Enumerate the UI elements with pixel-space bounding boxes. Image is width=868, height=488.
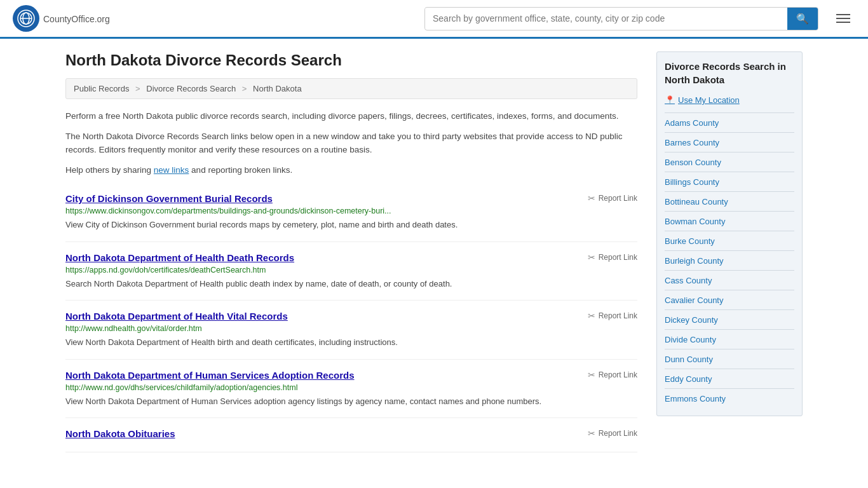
use-location-button[interactable]: 📍 Use My Location <box>665 95 794 105</box>
report-link-button[interactable]: ✂ Report Link <box>588 370 637 380</box>
report-label: Report Link <box>599 311 637 320</box>
result-header: North Dakota Department of Human Service… <box>65 370 637 381</box>
county-list-item: Bottineau County <box>665 191 794 211</box>
result-title[interactable]: North Dakota Department of Health Death … <box>65 252 294 263</box>
site-header: CountyOffice.org 🔍 <box>0 0 868 39</box>
use-location-label: Use My Location <box>678 95 740 105</box>
content-area: North Dakota Divorce Records Search Publ… <box>65 51 637 452</box>
county-list-item: Dunn County <box>665 349 794 369</box>
result-url: https://www.dickinsongov.com/departments… <box>65 207 637 215</box>
report-link-button[interactable]: ✂ Report Link <box>588 428 637 438</box>
county-list-item: Divide County <box>665 329 794 349</box>
menu-line <box>836 18 850 19</box>
sidebar-title: Divorce Records Search in North Dakota <box>665 60 794 86</box>
result-url: http://www.nd.gov/dhs/services/childfami… <box>65 383 637 392</box>
report-link-button[interactable]: ✂ Report Link <box>588 252 637 262</box>
report-icon: ✂ <box>588 428 595 438</box>
county-list-item: Burke County <box>665 231 794 250</box>
county-link[interactable]: Billings County <box>665 177 719 187</box>
county-link[interactable]: Bowman County <box>665 217 725 226</box>
report-label: Report Link <box>599 194 637 203</box>
report-icon: ✂ <box>588 370 595 380</box>
county-list-item: Emmons County <box>665 388 794 408</box>
search-button[interactable]: 🔍 <box>787 8 818 30</box>
county-list-item: Cavalier County <box>665 290 794 309</box>
logo[interactable]: CountyOffice.org <box>13 5 110 32</box>
result-title[interactable]: City of Dickinson Government Burial Reco… <box>65 193 273 204</box>
county-link[interactable]: Barnes County <box>665 138 719 147</box>
hamburger-menu-button[interactable] <box>831 11 855 25</box>
result-url: http://www.ndhealth.gov/vital/order.htm <box>65 324 637 333</box>
county-link[interactable]: Benson County <box>665 158 721 167</box>
county-list-item: Barnes County <box>665 132 794 152</box>
county-list-item: Eddy County <box>665 369 794 388</box>
county-list-item: Bowman County <box>665 211 794 231</box>
report-link-button[interactable]: ✂ Report Link <box>588 311 637 321</box>
description-2: The North Dakota Divorce Records Search … <box>65 130 637 157</box>
county-link[interactable]: Emmons County <box>665 394 726 403</box>
search-icon: 🔍 <box>796 13 809 24</box>
county-link[interactable]: Dunn County <box>665 355 713 364</box>
description-3: Help others by sharing new links and rep… <box>65 163 637 177</box>
county-link[interactable]: Divide County <box>665 335 716 344</box>
result-item: North Dakota Department of Health Vital … <box>65 301 637 360</box>
page-title: North Dakota Divorce Records Search <box>65 51 637 69</box>
sidebar: Divorce Records Search in North Dakota 📍… <box>656 51 803 452</box>
county-link[interactable]: Burleigh County <box>665 256 724 266</box>
result-desc: Search North Dakota Department of Health… <box>65 278 637 290</box>
county-list-item: Cass County <box>665 270 794 290</box>
main-wrapper: North Dakota Divorce Records Search Publ… <box>53 39 815 465</box>
logo-text: CountyOffice.org <box>43 12 110 25</box>
report-label: Report Link <box>599 253 637 262</box>
result-title[interactable]: North Dakota Department of Health Vital … <box>65 311 288 322</box>
desc3-after: and reporting broken links. <box>189 165 292 175</box>
county-list-item: Benson County <box>665 152 794 172</box>
county-link[interactable]: Eddy County <box>665 374 712 384</box>
county-link[interactable]: Cass County <box>665 276 712 285</box>
county-link[interactable]: Bottineau County <box>665 197 728 207</box>
results-container: City of Dickinson Government Burial Reco… <box>65 183 637 452</box>
description-1: Perform a free North Dakota public divor… <box>65 109 637 123</box>
desc3-before: Help others by sharing <box>65 165 154 175</box>
breadcrumb-divorce-records-search[interactable]: Divorce Records Search <box>146 84 236 93</box>
search-bar: 🔍 <box>424 7 818 30</box>
result-item: North Dakota Department of Human Service… <box>65 360 637 419</box>
county-link[interactable]: Burke County <box>665 236 715 246</box>
breadcrumb: Public Records > Divorce Records Search … <box>65 78 637 99</box>
logo-name: CountyOffice <box>43 14 95 24</box>
result-item: North Dakota Department of Health Death … <box>65 242 637 301</box>
new-links-link[interactable]: new links <box>154 165 189 175</box>
report-icon: ✂ <box>588 252 595 262</box>
result-header: North Dakota Obituaries ✂ Report Link <box>65 428 637 439</box>
result-title[interactable]: North Dakota Obituaries <box>65 428 175 439</box>
result-desc: View North Dakota Department of Human Se… <box>65 395 637 408</box>
result-desc: View City of Dickinson Government burial… <box>65 219 637 231</box>
result-desc: View North Dakota Department of Health b… <box>65 336 637 349</box>
county-link[interactable]: Cavalier County <box>665 295 724 305</box>
result-title[interactable]: North Dakota Department of Human Service… <box>65 370 355 381</box>
result-item: City of Dickinson Government Burial Reco… <box>65 183 637 242</box>
breadcrumb-north-dakota[interactable]: North Dakota <box>253 84 302 93</box>
report-label: Report Link <box>599 429 637 438</box>
report-icon: ✂ <box>588 193 595 203</box>
county-list-item: Burleigh County <box>665 250 794 270</box>
report-label: Report Link <box>599 370 637 379</box>
county-list-item: Billings County <box>665 172 794 191</box>
search-input[interactable] <box>425 8 787 29</box>
county-link[interactable]: Dickey County <box>665 315 718 325</box>
menu-line <box>836 22 850 23</box>
report-icon: ✂ <box>588 311 595 321</box>
sidebar-box: Divorce Records Search in North Dakota 📍… <box>656 51 803 416</box>
breadcrumb-public-records[interactable]: Public Records <box>74 84 129 93</box>
result-item: North Dakota Obituaries ✂ Report Link <box>65 418 637 452</box>
breadcrumb-sep: > <box>135 84 140 93</box>
county-list-item: Dickey County <box>665 309 794 329</box>
county-list-item: Adams County <box>665 112 794 132</box>
county-link[interactable]: Adams County <box>665 118 719 128</box>
result-url: https://apps.nd.gov/doh/certificates/dea… <box>65 266 637 274</box>
menu-line <box>836 14 850 15</box>
breadcrumb-sep2: > <box>242 84 247 93</box>
report-link-button[interactable]: ✂ Report Link <box>588 193 637 203</box>
county-list: Adams CountyBarnes CountyBenson CountyBi… <box>665 112 794 408</box>
logo-icon <box>13 5 39 32</box>
